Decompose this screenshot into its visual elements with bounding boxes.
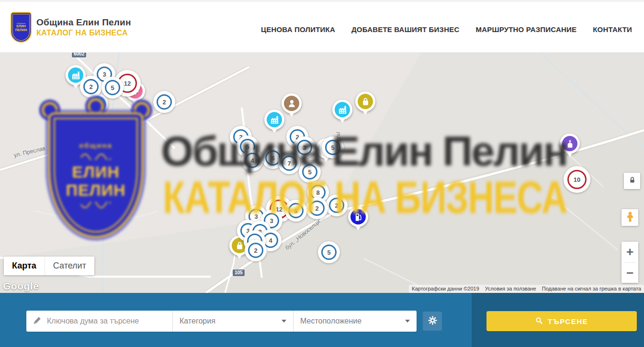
main-nav: ЦЕНОВА ПОЛИТИКАДОБАВЕТЕ ВАШИЯТ БИЗНЕСМАР… <box>261 21 632 34</box>
map-pin-church[interactable] <box>560 134 580 154</box>
map-type-button-map[interactable]: Карта <box>4 257 45 275</box>
map-markers: 3122522253564751082212833384325 <box>0 53 644 293</box>
search-group: Категория Местоположение <box>26 311 417 332</box>
map-pin-shopping-bag[interactable] <box>355 91 375 112</box>
factory-icon <box>335 102 350 117</box>
municipality-logo: община ЕЛИНПЕЛИН <box>11 12 32 43</box>
nav-item-add-business[interactable]: ДОБАВЕТЕ ВАШИЯТ БИЗНЕС <box>351 25 459 34</box>
keyword-field[interactable] <box>26 311 172 332</box>
zoom-control: + − <box>621 242 638 283</box>
cluster-count: 6 <box>271 155 274 162</box>
google-logo[interactable]: Google <box>3 280 39 292</box>
cluster-count: 5 <box>308 168 311 176</box>
cluster-count: 4 <box>269 237 272 244</box>
chevron-down-icon <box>405 320 410 323</box>
advanced-settings-button[interactable] <box>423 312 442 331</box>
terms-link[interactable]: Условия за ползване <box>482 285 539 293</box>
brand[interactable]: община ЕЛИНПЕЛИН Община Елин Пелин КАТАЛ… <box>11 12 131 43</box>
pencil-icon <box>33 316 47 326</box>
factory-icon <box>90 96 106 112</box>
location-select[interactable]: Местоположение <box>293 311 417 332</box>
cluster-count: 5 <box>111 84 114 91</box>
map-pin-factory[interactable] <box>332 100 352 120</box>
map-type-button-satellite[interactable]: Сателит <box>45 257 94 275</box>
cluster-count: 7 <box>287 160 291 167</box>
site-title: Община Елин Пелин <box>36 17 131 28</box>
map-cluster-marker[interactable]: 2 <box>326 194 348 216</box>
worker-icon <box>284 96 299 111</box>
report-error-link[interactable]: Подаване на сигнал за грешка в картата <box>539 285 644 293</box>
cluster-count: 12 <box>124 80 131 87</box>
cluster-count: 2 <box>315 205 318 212</box>
site-header: община ЕЛИНПЕЛИН Община Елин Пелин КАТАЛ… <box>0 0 644 53</box>
map-type-control: КартаСателит <box>4 257 94 275</box>
map-pin-worker[interactable] <box>282 93 302 113</box>
map-lock-button[interactable] <box>624 173 640 189</box>
attribution-copyright: Картографски данни ©2019 <box>409 285 482 293</box>
map-cluster-marker[interactable]: 5 <box>102 77 124 99</box>
map-attribution: Картографски данни ©2019Условия за ползв… <box>409 285 644 293</box>
cluster-count: 8 <box>294 207 297 214</box>
cluster-count: 5 <box>331 144 334 151</box>
cluster-count: 3 <box>102 71 106 78</box>
cluster-count: 2 <box>335 202 338 209</box>
factory-icon <box>68 67 83 83</box>
map-cluster-marker[interactable]: 7 <box>278 152 300 174</box>
lock-icon <box>629 177 636 185</box>
zoom-out-button[interactable]: − <box>621 263 638 283</box>
shopping-bag-icon <box>358 94 373 109</box>
category-select[interactable]: Категория <box>172 311 293 332</box>
cluster-count: 8 <box>316 189 319 196</box>
nav-item-pricing[interactable]: ЦЕНОВА ПОЛИТИКА <box>261 25 335 34</box>
pegman-icon <box>625 212 635 224</box>
map-cluster-marker[interactable]: 10 <box>564 166 590 193</box>
street-view-pegman-button[interactable] <box>621 209 638 226</box>
nav-item-contacts[interactable]: КОНТАКТИ <box>593 25 632 34</box>
cluster-count: 3 <box>254 213 258 220</box>
fuel-icon <box>350 209 366 224</box>
map-cluster-marker[interactable]: 2 <box>80 76 102 98</box>
cluster-count: 3 <box>303 144 306 151</box>
site-subtitle: КАТАЛОГ НА БИЗНЕСА <box>36 29 131 37</box>
map-cluster-marker[interactable]: 4 <box>241 149 263 171</box>
keyword-input[interactable] <box>47 317 167 325</box>
map-cluster-marker[interactable]: 5 <box>318 241 340 263</box>
search-bar: Категория Местоположение ТЪРСЕНЕ <box>0 293 644 347</box>
map-pin-factory[interactable] <box>264 110 284 130</box>
map-cluster-marker[interactable]: 2 <box>153 91 175 113</box>
cluster-count: 4 <box>250 157 254 164</box>
cluster-count: 2 <box>254 247 257 254</box>
cluster-count: 5 <box>327 249 330 256</box>
cluster-count: 2 <box>89 83 92 90</box>
logo-name: ЕЛИНПЕЛИН <box>15 24 27 32</box>
map-cluster-marker[interactable]: 8 <box>285 200 307 222</box>
map-canvas[interactable]: ул. Преславбул. „Новоселци“лци 6002105 3… <box>0 53 644 293</box>
search-icon <box>535 317 543 326</box>
cluster-count: 10 <box>574 176 580 183</box>
map-cluster-marker[interactable]: 5 <box>299 161 321 183</box>
map-cluster-marker[interactable]: 2 <box>245 239 267 261</box>
factory-icon <box>267 112 282 127</box>
gear-icon <box>428 316 437 326</box>
cluster-count: 2 <box>162 99 166 106</box>
zoom-in-button[interactable]: + <box>621 242 638 262</box>
map-cluster-marker[interactable]: 2 <box>306 197 328 219</box>
search-button[interactable]: ТЪРСЕНЕ <box>486 311 637 331</box>
chevron-down-icon <box>282 320 286 323</box>
map-cluster-marker[interactable]: 5 <box>322 136 344 158</box>
cluster-count: 3 <box>270 217 273 224</box>
search-submit-panel: ТЪРСЕНЕ <box>472 293 644 347</box>
map-pin-fuel[interactable] <box>348 207 368 227</box>
nav-item-transport-schedule[interactable]: МАРШРУТНО РАЗПИСАНИЕ <box>475 25 576 34</box>
church-icon <box>562 136 577 151</box>
cluster-count: 5 <box>246 143 249 150</box>
